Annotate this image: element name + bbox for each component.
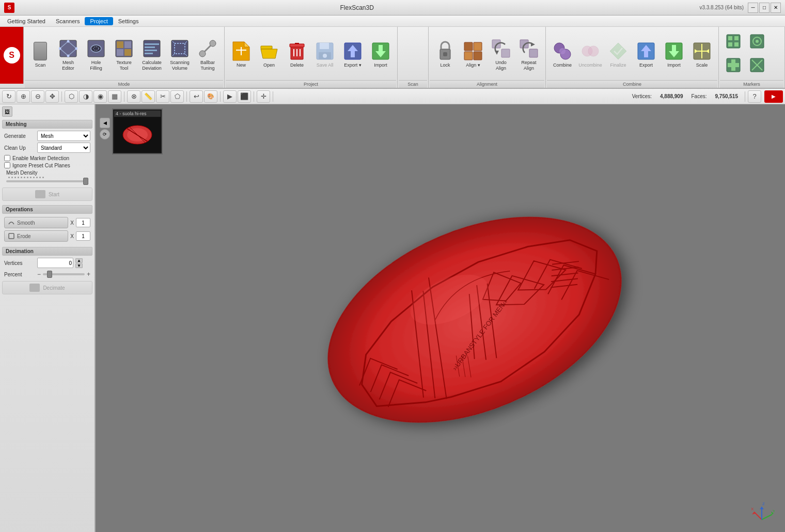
- scanning-volume-button[interactable]: ScanningVolume: [166, 34, 193, 75]
- view-move-btn[interactable]: ✛: [257, 90, 270, 103]
- markers-section-label: Markers: [720, 80, 783, 88]
- percent-minus[interactable]: −: [37, 271, 41, 278]
- menu-settings[interactable]: Settings: [113, 17, 144, 25]
- markers1-button[interactable]: [722, 30, 745, 53]
- scan-button[interactable]: Scan: [27, 34, 54, 75]
- view-polygon-btn[interactable]: ⬠: [170, 90, 184, 103]
- calculate-deviation-button[interactable]: CalculateDeviation: [138, 34, 165, 75]
- thumbnail-panel: ◀ ⟳ 4 - suola hi-res: [100, 108, 163, 154]
- scale-icon: [692, 41, 712, 61]
- undo-align-label: UndoAlign: [495, 60, 507, 71]
- ignore-preset-row: Ignore Preset Cut Planes: [2, 162, 92, 169]
- toolbar-extra-button[interactable]: ▶: [764, 90, 783, 103]
- smooth-button[interactable]: Smooth: [4, 217, 68, 228]
- view-undo-btn[interactable]: ↩: [190, 90, 203, 103]
- generate-select[interactable]: Mesh Point Cloud: [37, 131, 90, 141]
- view-grid-btn[interactable]: ▦: [108, 90, 121, 103]
- view-cut-btn[interactable]: ✂: [156, 90, 169, 103]
- mesh-editor-button[interactable]: MeshEditor: [55, 34, 82, 75]
- align-button[interactable]: Align ▾: [460, 34, 486, 75]
- svg-rect-79: [734, 42, 739, 46]
- undo-align-button[interactable]: UndoAlign: [488, 34, 514, 75]
- menu-scanners[interactable]: Scanners: [51, 17, 85, 25]
- texture-tool-button[interactable]: TextureTool: [111, 34, 137, 75]
- smooth-label: Smooth: [17, 220, 35, 226]
- view-zoom-btn[interactable]: ⊕: [17, 90, 30, 103]
- decimate-button[interactable]: Decimate: [2, 281, 92, 294]
- viewport[interactable]: ◀ ⟳ 4 - suola hi-res: [96, 104, 785, 532]
- menu-project[interactable]: Project: [85, 17, 113, 25]
- thumbnail-card[interactable]: 4 - suola hi-res: [112, 108, 163, 154]
- enable-marker-label: Enable Marker Detection: [12, 155, 69, 161]
- import2-button[interactable]: Import: [661, 34, 687, 75]
- finalize-button[interactable]: Finalize: [605, 34, 632, 75]
- menu-getting-started[interactable]: Getting Started: [2, 17, 51, 25]
- view-shading-btn[interactable]: ◑: [79, 90, 92, 103]
- svg-marker-65: [610, 43, 626, 59]
- dot5: [21, 177, 22, 178]
- view-pan-btn[interactable]: ✥: [45, 90, 59, 103]
- help-button[interactable]: ?: [748, 90, 761, 103]
- new-button[interactable]: New: [228, 34, 255, 75]
- mesh-density-thumb[interactable]: [83, 178, 88, 185]
- save-all-button[interactable]: Save All: [311, 34, 338, 75]
- maximize-button[interactable]: □: [759, 3, 770, 13]
- svg-marker-33: [261, 49, 277, 58]
- svg-rect-17: [145, 50, 157, 51]
- repeat-align-button[interactable]: RepeatAlign: [515, 34, 542, 75]
- cleanup-select[interactable]: Standard None Advanced: [37, 143, 90, 153]
- decimate-icon: [29, 284, 40, 292]
- view-measure-btn[interactable]: 📏: [142, 90, 155, 103]
- combine-button[interactable]: Combine: [549, 34, 576, 75]
- view-rotate-btn[interactable]: ↻: [2, 90, 15, 103]
- enable-marker-checkbox[interactable]: [4, 155, 10, 161]
- percent-track[interactable]: [43, 273, 85, 275]
- view-wireframe-btn[interactable]: ⬡: [65, 90, 78, 103]
- vertices-input[interactable]: [37, 258, 73, 268]
- lock-button[interactable]: Lock: [432, 34, 459, 75]
- scale-button[interactable]: Scale: [688, 34, 715, 75]
- view-play-btn[interactable]: ▶: [223, 90, 237, 103]
- toolbar-mode-section: Scan MeshEditor: [24, 27, 225, 88]
- align-label: Align ▾: [466, 62, 480, 68]
- delete-button[interactable]: Delete: [284, 34, 310, 75]
- view-solid-btn[interactable]: ◉: [93, 90, 107, 103]
- close-button[interactable]: ✕: [771, 3, 781, 13]
- erode-spinner[interactable]: 1: [76, 231, 90, 241]
- markers4-button[interactable]: [746, 54, 768, 76]
- main-content: 🖼 Meshing Generate Mesh Point Cloud Clea…: [0, 104, 785, 532]
- view-zoom2-btn[interactable]: ⊖: [31, 90, 44, 103]
- markers2-button[interactable]: [746, 30, 768, 53]
- export2-button[interactable]: Export: [633, 34, 660, 75]
- lock-icon: [435, 41, 456, 61]
- thumb-nav-rotate[interactable]: ⟳: [100, 129, 110, 139]
- navigation-axes: X Y Z: [749, 499, 775, 525]
- scan-icon: [30, 41, 51, 61]
- smooth-spinner[interactable]: 1: [76, 218, 90, 227]
- app-logo[interactable]: S: [0, 27, 24, 84]
- view-toolbar: ↻ ⊕ ⊖ ✥ ⬡ ◑ ◉ ▦ ⊗ 📏 ✂ ⬠ ↩ 🎨 ▶ ⬛ ✛ Vertic…: [0, 89, 785, 104]
- minimize-button[interactable]: ─: [748, 3, 758, 13]
- view-pick-btn[interactable]: ⊗: [127, 90, 140, 103]
- thumb-nav-left[interactable]: ◀: [100, 118, 110, 128]
- percent-plus[interactable]: +: [87, 271, 90, 278]
- erode-button[interactable]: Erode: [4, 230, 68, 242]
- markers3-button[interactable]: [722, 54, 745, 76]
- export-button[interactable]: Export ▾: [339, 34, 366, 75]
- mesh-density-track[interactable]: [6, 180, 88, 182]
- scan-thumb-icon[interactable]: 🖼: [2, 106, 12, 117]
- view-stop-btn[interactable]: ⬛: [238, 90, 251, 103]
- import-scan-button[interactable]: Import: [367, 34, 394, 75]
- view-color-btn[interactable]: 🎨: [204, 90, 217, 103]
- hole-filling-button[interactable]: HoleFilling: [83, 34, 109, 75]
- ballbar-tuning-button[interactable]: BallbarTuning: [194, 34, 221, 75]
- import-scan-icon: [370, 41, 391, 61]
- ignore-preset-checkbox[interactable]: [4, 162, 10, 168]
- open-button[interactable]: Open: [256, 34, 282, 75]
- start-button[interactable]: Start: [2, 187, 92, 201]
- percent-thumb[interactable]: [47, 271, 52, 278]
- svg-text:Z: Z: [762, 502, 765, 506]
- uncombine-button[interactable]: Uncombine: [577, 34, 604, 75]
- vertices-up[interactable]: ▲: [75, 258, 83, 263]
- vertices-down[interactable]: ▼: [75, 263, 83, 268]
